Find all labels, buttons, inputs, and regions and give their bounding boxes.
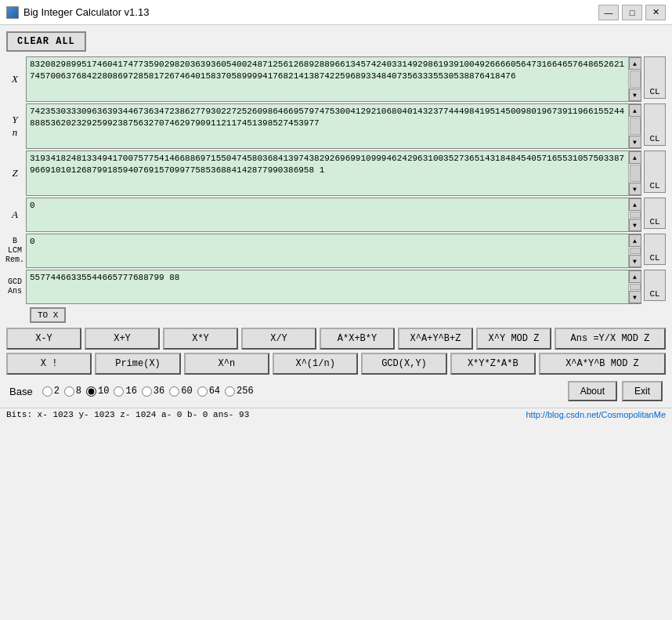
op-ans-yx-mod-z[interactable]: Ans =Y/X MOD Z <box>555 328 666 350</box>
register-z-scrollbar: ▲ ▼ <box>628 151 641 195</box>
scroll-track-a <box>630 212 641 218</box>
radio-label-16: 16 <box>125 386 136 397</box>
bits-status: Bits: x- 1023 y- 1023 z- 1024 a- 0 b- 0 … <box>6 410 249 419</box>
op-axpby[interactable]: A*X+B*Y <box>320 328 395 350</box>
op-xy-mod-z[interactable]: X^Y MOD Z <box>476 328 551 350</box>
op-x-minus-y[interactable]: X-Y <box>6 328 81 350</box>
scroll-up-yn[interactable]: ▲ <box>629 104 641 117</box>
op-xa-yb-mod-z[interactable]: X^A*Y^B MOD Z <box>539 353 666 375</box>
register-a-label: A <box>6 198 23 232</box>
clear-x-button[interactable]: CL <box>644 56 666 99</box>
op-xyzab[interactable]: X*Y*Z*A*B <box>450 353 536 375</box>
radio-input-16[interactable] <box>114 386 124 397</box>
scroll-down-a[interactable]: ▼ <box>629 219 641 231</box>
window-title: Big Integer Calculator v1.13 <box>23 6 149 18</box>
radio-base-2[interactable]: 2 <box>42 386 60 397</box>
op-x-times-y[interactable]: X*Y <box>163 328 238 350</box>
register-b-input[interactable]: 0 <box>27 234 628 266</box>
minimize-button[interactable]: — <box>598 5 619 20</box>
radio-input-256[interactable] <box>225 386 235 397</box>
op-x-pow-n[interactable]: X^n <box>184 353 269 375</box>
register-ans-label: GCD Ans <box>6 270 23 304</box>
register-z-input[interactable]: 3193418248133494170075775414668869715504… <box>27 151 628 194</box>
scroll-down-b[interactable]: ▼ <box>629 255 641 267</box>
to-x-button[interactable]: TO X <box>30 307 66 323</box>
scroll-down-ans[interactable]: ▼ <box>629 291 641 303</box>
exit-button[interactable]: Exit <box>622 381 663 401</box>
scroll-up-b[interactable]: ▲ <box>629 234 641 247</box>
radio-label-36: 36 <box>154 386 164 397</box>
about-button[interactable]: About <box>568 381 617 401</box>
to-x-area: TO X <box>6 306 666 323</box>
title-bar-controls: — □ ✕ <box>598 5 666 20</box>
register-x-row: X 83208298995174604174773590298203639360… <box>6 56 666 102</box>
register-x-scrollbar: ▲ ▼ <box>628 57 641 101</box>
title-bar-left: Big Integer Calculator v1.13 <box>6 6 149 19</box>
radio-base-16[interactable]: 16 <box>114 386 136 397</box>
clear-ans-button[interactable]: CL <box>644 270 666 301</box>
register-z-input-wrap: 3193418248133494170075775414668869715504… <box>26 150 641 196</box>
radio-base-60[interactable]: 60 <box>169 386 192 397</box>
op-prime-x[interactable]: Prime(X) <box>95 353 180 375</box>
register-a-row: A 0 ▲ ▼ CL <box>6 198 666 232</box>
radio-base-36[interactable]: 36 <box>142 386 164 397</box>
register-x-input-wrap: 8320829899517460417477359029820363936054… <box>26 56 641 102</box>
radio-base-8[interactable]: 8 <box>64 386 81 397</box>
base-label: Base <box>9 386 33 397</box>
ans-label: Ans <box>8 287 22 296</box>
radio-input-64[interactable] <box>197 386 208 397</box>
n-label: n <box>13 126 18 139</box>
clear-z-button[interactable]: CL <box>644 150 666 193</box>
radio-base-64[interactable]: 64 <box>197 386 220 397</box>
blog-link[interactable]: http://blog.csdn.net/CosmopolitanMe <box>526 410 666 419</box>
register-yn-scrollbar: ▲ ▼ <box>628 104 641 148</box>
clear-b-button[interactable]: CL <box>644 234 666 265</box>
radio-input-36[interactable] <box>142 386 152 397</box>
registers-area: X 83208298995174604174773590298203639360… <box>3 56 669 323</box>
clear-yn-button[interactable]: CL <box>644 103 666 146</box>
radio-label-10: 10 <box>98 386 109 397</box>
register-z-row: Z 31934182481334941700757754146688697155… <box>6 150 666 196</box>
op-x-root-n[interactable]: X^(1/n) <box>273 353 358 375</box>
toolbar: CLEAR ALL <box>3 28 669 55</box>
register-yn-input[interactable]: 7423530333096363934467363472386277930227… <box>27 104 628 147</box>
scroll-up-ans[interactable]: ▲ <box>629 270 641 283</box>
op-x-div-y[interactable]: X/Y <box>241 328 316 350</box>
scroll-track-z <box>630 165 641 182</box>
register-yn-row: Y n 742353033309636393446736347238627793… <box>6 103 666 149</box>
radio-input-10[interactable] <box>86 386 96 397</box>
scroll-down-z[interactable]: ▼ <box>629 183 641 195</box>
register-ans-section: GCD Ans 55774466335544665777688799 88 ▲ … <box>6 270 666 323</box>
title-bar: Big Integer Calculator v1.13 — □ ✕ <box>0 0 672 25</box>
scroll-down-x[interactable]: ▼ <box>629 89 641 101</box>
y-label: Y <box>12 114 17 126</box>
op-gcd-xy[interactable]: GCD(X,Y) <box>361 353 446 375</box>
clear-a-button[interactable]: CL <box>644 198 666 229</box>
radio-label-256: 256 <box>237 386 254 397</box>
scroll-up-z[interactable]: ▲ <box>629 151 641 164</box>
close-button[interactable]: ✕ <box>645 5 666 20</box>
op-x-plus-y[interactable]: X+Y <box>85 328 160 350</box>
clear-all-button[interactable]: CLEAR ALL <box>6 31 86 52</box>
op-xaybz[interactable]: X^A+Y^B+Z <box>398 328 473 350</box>
register-b-scrollbar: ▲ ▼ <box>628 234 641 267</box>
radio-base-256[interactable]: 256 <box>225 386 254 397</box>
radio-input-2[interactable] <box>42 386 52 397</box>
maximize-button[interactable]: □ <box>622 5 642 20</box>
scroll-up-a[interactable]: ▲ <box>629 198 641 211</box>
op-x-factorial[interactable]: X ! <box>6 353 92 375</box>
register-ans-input[interactable]: 55774466335544665777688799 88 <box>27 270 628 302</box>
register-ans-input-wrap: 55774466335544665777688799 88 ▲ ▼ <box>26 270 641 304</box>
scroll-track-x <box>630 71 641 88</box>
radio-input-60[interactable] <box>169 386 179 397</box>
radio-input-8[interactable] <box>64 386 74 397</box>
register-x-input[interactable]: 8320829899517460417477359029820363936054… <box>27 57 628 100</box>
operations-area: X-Y X+Y X*Y X/Y A*X+B*Y X^A+Y^B+Z X^Y MO… <box>3 325 669 376</box>
register-yn-label: Y n <box>6 103 23 149</box>
register-a-input[interactable]: 0 <box>27 198 628 230</box>
register-b-input-wrap: 0 ▲ ▼ <box>26 234 641 268</box>
scroll-down-yn[interactable]: ▼ <box>629 136 641 148</box>
scroll-track-ans <box>630 284 641 290</box>
radio-base-10[interactable]: 10 <box>86 386 109 397</box>
scroll-up-x[interactable]: ▲ <box>629 57 641 70</box>
